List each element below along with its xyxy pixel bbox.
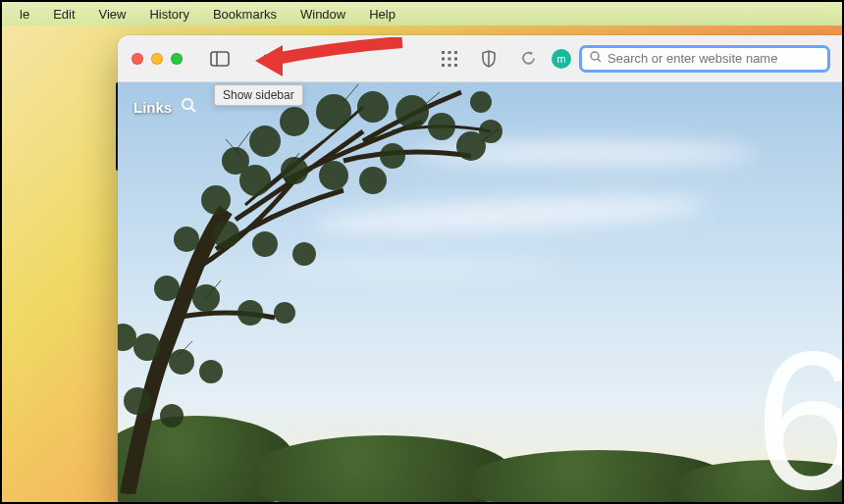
grid-icon [442,51,457,67]
svg-point-23 [239,165,271,196]
browser-toolbar: m [118,35,844,82]
reload-button[interactable] [512,45,544,73]
svg-point-27 [174,227,199,252]
menu-help[interactable]: Help [359,5,405,24]
svg-line-52 [191,108,195,112]
weather-temperature: 6 [755,308,844,504]
sidebar-toggle-button[interactable] [204,45,236,73]
start-page: 6 Links [118,82,844,504]
menu-window[interactable]: Window [290,5,355,24]
svg-rect-8 [442,64,445,67]
svg-rect-6 [448,57,451,60]
svg-point-31 [154,276,180,301]
svg-rect-7 [454,57,457,60]
svg-point-41 [470,91,492,113]
svg-point-30 [292,242,316,266]
svg-point-35 [133,333,161,361]
address-bar[interactable] [579,45,830,73]
svg-rect-3 [448,51,451,54]
svg-point-29 [252,231,278,257]
svg-rect-0 [211,52,229,66]
window-controls [132,53,183,65]
system-menubar: le Edit View History Bookmarks Window He… [2,2,842,25]
address-input[interactable] [607,51,819,66]
safari-window: m Show sidebar [118,35,844,504]
privacy-report-icon [481,50,497,68]
svg-line-45 [343,84,358,102]
minimize-window-button[interactable] [151,53,163,65]
profile-avatar[interactable]: m [552,49,571,69]
close-window-button[interactable] [132,53,143,65]
svg-point-51 [183,99,192,109]
annotation-arrow [255,37,412,84]
wallpaper-tree [118,82,540,494]
privacy-report-button[interactable] [473,45,504,73]
menu-edit[interactable]: Edit [43,5,84,24]
svg-point-22 [201,185,231,215]
menu-bookmarks[interactable]: Bookmarks [203,5,287,24]
svg-rect-9 [448,64,451,67]
svg-point-14 [249,126,281,157]
fullscreen-window-button[interactable] [171,53,183,65]
favorites-folder-label[interactable]: Links [133,99,172,116]
svg-line-12 [598,59,601,62]
search-icon [590,51,602,66]
tab-overview-button[interactable] [434,45,465,73]
svg-point-19 [428,113,455,140]
svg-point-26 [359,167,387,194]
menu-history[interactable]: History [139,5,198,24]
svg-rect-5 [442,57,445,60]
svg-line-43 [236,131,250,151]
svg-point-39 [160,404,184,428]
sidebar-icon [210,51,230,67]
favorites-search-icon[interactable] [182,98,196,116]
svg-point-33 [237,300,263,326]
svg-point-18 [396,95,429,128]
svg-point-15 [280,107,309,136]
reload-icon [520,50,537,67]
menu-file[interactable]: le [10,5,39,24]
sidebar-tooltip: Show sidebar [214,84,303,106]
svg-point-37 [199,360,223,383]
menu-view[interactable]: View [89,5,136,24]
svg-rect-2 [442,51,445,54]
svg-point-28 [212,221,239,248]
svg-point-36 [169,349,194,375]
favorites-section: Links [133,98,196,116]
svg-point-11 [591,52,599,60]
svg-rect-10 [454,64,457,67]
svg-point-25 [319,161,348,190]
svg-point-42 [380,143,405,169]
svg-point-34 [274,302,295,324]
svg-rect-4 [454,51,457,54]
svg-point-38 [124,387,151,415]
svg-point-17 [357,91,389,123]
